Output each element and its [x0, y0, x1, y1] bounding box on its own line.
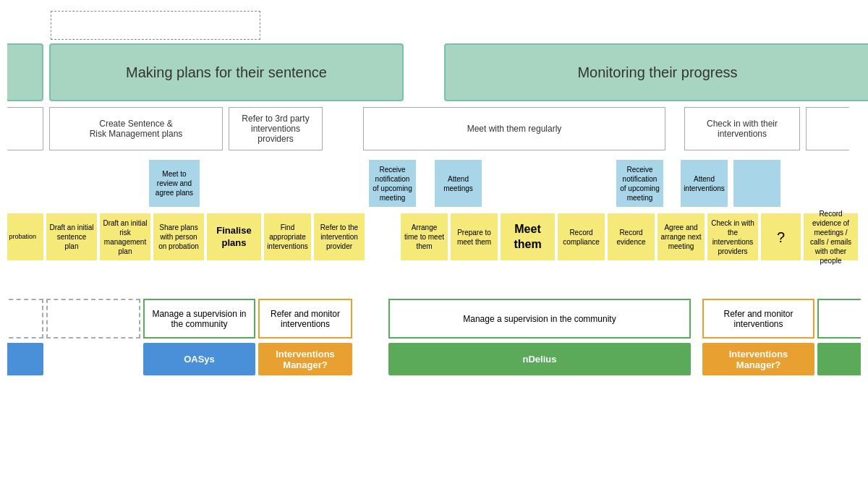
phase-making-plans: Making plans for their sentence — [49, 43, 404, 101]
tool-partial-left-dashed — [7, 299, 43, 339]
top-dotted-box — [51, 11, 260, 40]
sys-interventions-manager-2: Interventions Manager? — [702, 343, 814, 375]
activity-partial-left — [7, 107, 43, 150]
sys-oasys: OASys — [143, 343, 255, 375]
sticky-draft-initial-sentence: Draft an initial sentence plan — [46, 213, 97, 260]
tool-manage-supervision-monitoring: Manage a supervision in the community — [388, 299, 691, 339]
sticky-partial-right — [733, 160, 780, 207]
sys-ndelius: nDelius — [388, 343, 691, 375]
sticky-agree-arrange: Agree and arrange next meeting — [658, 213, 705, 260]
sticky-receive-notif-2: Receive notification of upcoming meeting — [616, 160, 663, 207]
sticky-partial-left: on probation — [7, 213, 43, 260]
phase-monitoring: Monitoring their progress — [444, 43, 868, 101]
sticky-draft-initial-risk: Draft an initial risk management plan — [100, 213, 150, 260]
sticky-attend-interventions: Attend interventions — [681, 160, 728, 207]
sticky-arrange-time: Arrange time to meet them — [401, 213, 448, 260]
sticky-record-evidence: Record evidence — [608, 213, 655, 260]
sticky-refer-intervention: Refer to the intervention provider — [314, 213, 365, 260]
sticky-finalise-plans: Finalise plans — [207, 213, 261, 260]
phase-partial-left — [7, 43, 43, 101]
activity-create-sentence: Create Sentence & Risk Management plans — [49, 107, 223, 150]
sys-interventions-manager-1: Interventions Manager? — [258, 343, 352, 375]
activity-partial-right — [806, 107, 849, 150]
tool-partial-right — [817, 299, 861, 339]
sticky-check-in-providers: Check in with the interventions provider… — [707, 213, 758, 260]
sticky-meet-review: Meet to review and agree plans — [149, 160, 200, 207]
tool-manage-supervision-making: Manage a supervision in the community — [143, 299, 255, 339]
sticky-attend-meetings: Attend meetings — [435, 160, 482, 207]
sticky-meet-them: Meet them — [501, 213, 555, 260]
activity-refer-3rd-party: Refer to 3rd party interventions provide… — [229, 107, 323, 150]
sticky-share-plans: Share plans with person on probation — [153, 213, 204, 260]
sticky-record-evidence-2: Record evidence of meetings / calls / em… — [804, 213, 858, 260]
tool-refer-monitor-monitoring: Refer and monitor interventions — [702, 299, 814, 339]
sys-partial-left — [7, 343, 43, 375]
tool-refer-monitor-making: Refer and monitor interventions — [258, 299, 352, 339]
sticky-question-mark: ? — [761, 213, 801, 260]
sys-partial-right — [817, 343, 861, 375]
sticky-record-compliance: Record compliance — [558, 213, 605, 260]
sticky-prepare-to-meet: Prepare to meet them — [451, 213, 498, 260]
sticky-receive-notif-1: Receive notification of upcoming meeting — [369, 160, 416, 207]
tool-dashed-box — [46, 299, 140, 339]
activity-check-in: Check in with their interventions — [684, 107, 800, 150]
sticky-find-interventions: Find appropriate interventions — [264, 213, 311, 260]
activity-meet-regularly: Meet with them regularly — [363, 107, 665, 150]
